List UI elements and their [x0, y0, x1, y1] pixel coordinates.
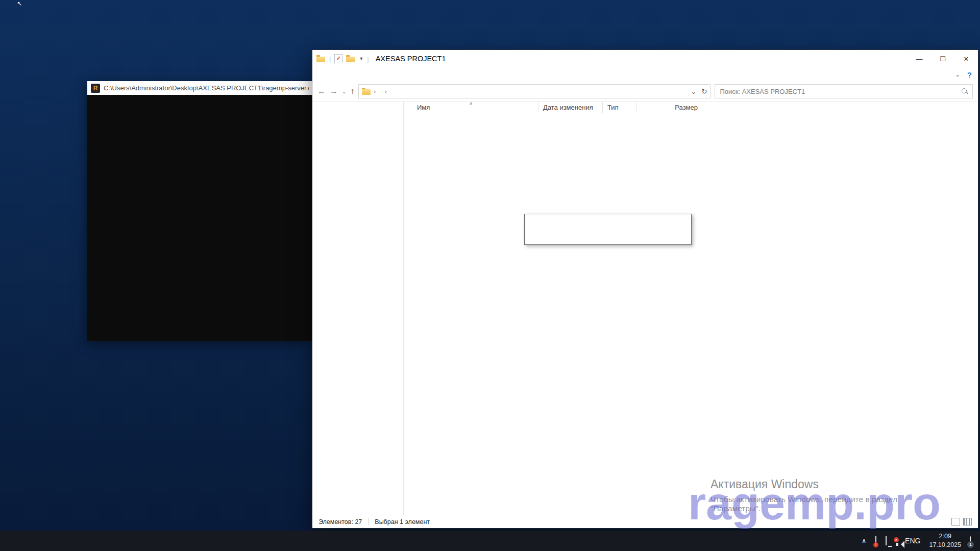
language-indicator[interactable]: ENG	[905, 537, 920, 545]
separator: |	[367, 55, 369, 63]
back-icon[interactable]: ←	[317, 87, 326, 96]
minimize-button[interactable]: —	[908, 50, 931, 67]
breadcrumb-segment[interactable]: ›	[378, 88, 388, 94]
explorer-main: ∧ Имя Дата изменения Тип Размер	[312, 102, 978, 515]
shortcut-arrow-icon: ↖	[17, 0, 22, 7]
taskbar-apps	[0, 531, 25, 551]
search-placeholder: Поиск: AXESAS PROJECT1	[720, 88, 805, 95]
console-title-bar[interactable]: R C:\Users\Administrator\Desktop\AXESAS …	[87, 81, 312, 95]
console-window[interactable]: R C:\Users\Administrator\Desktop\AXESAS …	[87, 81, 312, 339]
breadcrumb-chevron-icon: ›	[372, 88, 377, 94]
ribbon-tab-strip	[312, 67, 330, 82]
thumbnails-view-icon[interactable]	[963, 518, 972, 525]
separator: |	[329, 55, 331, 63]
column-header-type[interactable]: Тип	[602, 102, 619, 113]
window-title: AXESAS PROJECT1	[376, 55, 446, 63]
ribbon-tabs: ⌄ ?	[312, 67, 978, 82]
ragemp-server-icon: R	[91, 84, 100, 93]
properties-check-icon[interactable]: ✓	[334, 54, 342, 63]
taskbar-app-button[interactable]	[0, 531, 25, 551]
help-icon[interactable]: ?	[967, 70, 972, 79]
view-toggles	[951, 518, 972, 525]
console-output[interactable]	[87, 95, 312, 341]
console-title-text: C:\Users\Administrator\Desktop\AXESAS PR…	[104, 84, 309, 92]
file-list: ∧ Имя Дата изменения Тип Размер	[404, 102, 978, 515]
breadcrumb-chevron-icon[interactable]: ›	[383, 88, 388, 94]
nav-item-icon	[325, 110, 333, 118]
taskbar-app-icon	[7, 535, 19, 547]
forward-icon[interactable]: →	[330, 87, 338, 96]
maximize-button[interactable]: ☐	[931, 50, 954, 67]
status-selection: Выбран 1 элемент	[375, 518, 430, 525]
new-folder-icon[interactable]	[346, 55, 355, 62]
separator	[368, 518, 369, 525]
network-icon[interactable]	[886, 536, 887, 545]
column-header-size[interactable]: Размер	[636, 102, 698, 113]
up-icon[interactable]: ↑	[350, 87, 354, 96]
column-headers: ∧ Имя Дата изменения Тип Размер	[404, 102, 978, 113]
window-controls: — ☐ ✕	[908, 50, 978, 67]
sort-ascending-icon: ∧	[469, 102, 473, 106]
ribbon-right-controls: ⌄ ?	[955, 67, 978, 82]
location-folder-icon	[362, 88, 371, 95]
status-items-count: Элементов: 27	[318, 518, 362, 525]
details-view-icon[interactable]	[951, 518, 960, 525]
nav-item[interactable]	[312, 108, 403, 120]
clock-time: 2:09	[929, 532, 961, 541]
search-icon[interactable]	[962, 88, 968, 94]
file-rows	[404, 113, 978, 123]
notification-badge: 1	[967, 541, 974, 548]
file-row[interactable]	[404, 113, 700, 123]
alert-badge: !	[873, 542, 878, 547]
expand-ribbon-chevron-icon[interactable]: ⌄	[955, 71, 960, 78]
explorer-title-bar[interactable]: | ✓ ▼ | AXESAS PROJECT1 — ☐ ✕	[312, 50, 978, 67]
folder-tooltip	[524, 214, 692, 245]
explorer-window[interactable]: | ✓ ▼ | AXESAS PROJECT1 — ☐ ✕ ⌄ ?	[312, 50, 978, 528]
tray-overflow-chevron-icon[interactable]: ∧	[862, 537, 866, 544]
desktop-icon-image: ↖	[8, 0, 31, 19]
navigation-pane	[312, 102, 404, 515]
file-type-icon	[407, 114, 415, 122]
quick-access-toolbar: | ✓ ▼ | AXESAS PROJECT1	[316, 54, 446, 63]
ragemp-watermark: ragemp.pro	[688, 481, 941, 527]
address-toolbar: ← → ⌄ ↑ › › ⌄ ↻ Поиск: AXESAS PRO	[312, 82, 978, 102]
column-header-name[interactable]: Имя	[417, 104, 430, 111]
notifications-icon[interactable]: 1	[970, 536, 971, 545]
column-header-date[interactable]: Дата изменения	[538, 102, 593, 113]
muted-badge: x	[894, 537, 899, 542]
customize-toolbar-chevron-icon[interactable]: ▼	[359, 56, 363, 61]
address-dropdown-chevron-icon[interactable]: ⌄	[691, 88, 697, 95]
system-tray: ∧ ! x ENG 2:09 17.10.2025 1	[857, 531, 980, 551]
taskbar: ∧ ! x ENG 2:09 17.10.2025 1	[0, 531, 980, 551]
ribbon-tab[interactable]	[312, 67, 330, 82]
recent-locations-chevron-icon[interactable]: ⌄	[342, 89, 346, 94]
desktop-icon[interactable]: ↖	[0, 0, 39, 21]
address-bar-buttons: ⌄ ↻	[691, 88, 707, 95]
address-bar[interactable]: › › ⌄ ↻	[358, 84, 710, 98]
folder-icon	[316, 55, 326, 62]
search-input[interactable]: Поиск: AXESAS PROJECT1	[715, 84, 973, 98]
breadcrumb: ›	[378, 88, 388, 94]
refresh-icon[interactable]: ↻	[701, 88, 707, 95]
blocked-popup-icon[interactable]: !	[875, 536, 876, 545]
clock-date: 17.10.2025	[929, 541, 961, 549]
clock[interactable]: 2:09 17.10.2025	[929, 532, 961, 549]
close-button[interactable]: ✕	[954, 50, 978, 67]
